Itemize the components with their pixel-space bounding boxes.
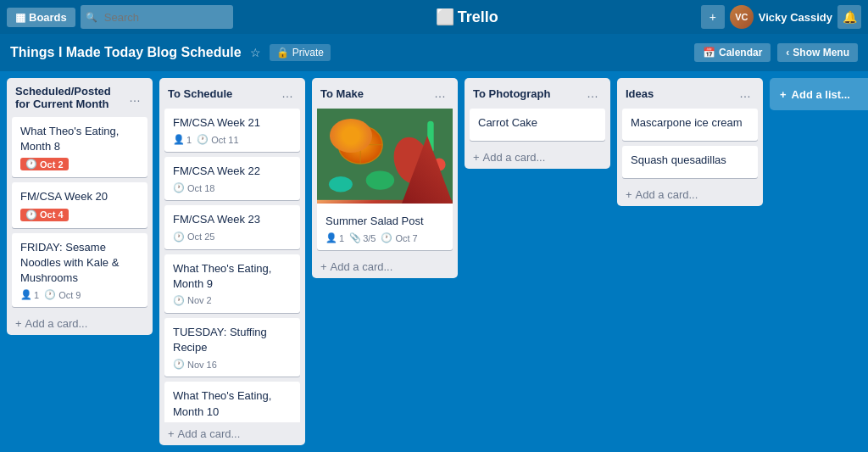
card-title: Squash quesadillas <box>631 153 749 168</box>
date-badge-plain: 🕐 Oct 9 <box>44 289 81 300</box>
list-header-tomake: To Make … <box>312 78 458 109</box>
card-title: Carrot Cake <box>478 115 597 131</box>
card-title: FM/CSA Week 21 <box>173 115 292 131</box>
nav-center: ⬜ Trello <box>233 8 701 26</box>
clock-icon: 🕐 <box>25 209 37 220</box>
add-card-button-tomake[interactable]: + Add a card... <box>312 255 458 278</box>
member-badge: 👤 1 <box>20 289 39 300</box>
calendar-icon: 📅 <box>703 47 715 59</box>
list-scheduled: Scheduled/Posted for Current Month … Wha… <box>7 78 153 335</box>
card-meta: 🕐 Nov 16 <box>173 359 292 370</box>
svg-point-7 <box>366 170 394 189</box>
clock-icon: 🕐 <box>173 232 185 243</box>
list-header-tophotograph: To Photograph … <box>465 78 610 109</box>
card-meta: 🕐 Oct 2 <box>20 158 139 170</box>
plus-icon: + <box>15 317 22 330</box>
person-icon: 👤 <box>326 232 337 243</box>
badge-text: Oct 11 <box>211 135 238 145</box>
card-meta: 🕐 Oct 25 <box>173 232 292 243</box>
board-title[interactable]: Things I Made Today Blog Schedule <box>10 45 242 60</box>
card-title: What Theo's Eating, Month 10 <box>173 388 292 419</box>
card-csa-week-20[interactable]: FM/CSA Week 20 🕐 Oct 4 <box>12 182 147 227</box>
member-badge: 👤 1 <box>326 232 344 243</box>
add-card-label: Add a card... <box>483 151 546 164</box>
nav-left: ▦ Boards <box>7 5 233 29</box>
card-csa-21[interactable]: FM/CSA Week 21 👤 1 🕐 Oct 11 <box>164 109 300 152</box>
badge-text: Oct 25 <box>187 232 214 242</box>
list-header-toschedule: To Schedule … <box>159 78 305 109</box>
list-menu-button-tomake[interactable]: … <box>431 85 449 102</box>
card-csa-23[interactable]: FM/CSA Week 23 🕐 Oct 25 <box>164 205 300 248</box>
list-ideas: Ideas … Mascarpone ice cream Squash ques… <box>617 78 763 206</box>
boards-label: Boards <box>29 11 67 24</box>
date-badge: 🕐 Oct 18 <box>173 182 214 193</box>
top-navigation: ▦ Boards ⬜ Trello + VC Vicky Cassidy 🔔 <box>0 0 868 34</box>
card-carrot-cake[interactable]: Carrot Cake <box>470 109 605 141</box>
svg-point-9 <box>420 165 436 181</box>
list-title-scheduled: Scheduled/Posted for Current Month <box>15 85 125 110</box>
badge-text: Oct 2 <box>40 159 64 170</box>
svg-point-8 <box>329 176 353 193</box>
plus-icon: + <box>320 260 327 273</box>
add-card-button-ideas[interactable]: + Add a card... <box>617 183 763 206</box>
private-badge[interactable]: 🔒 Private <box>270 44 331 61</box>
member-count: 1 <box>34 290 39 300</box>
clock-icon: 🕐 <box>197 134 209 145</box>
plus-icon: + <box>168 427 175 440</box>
vegetable-svg <box>317 109 453 204</box>
add-list-label: Add a list... <box>792 88 850 101</box>
list-cards-scheduled: What Theo's Eating, Month 8 🕐 Oct 2 FM/C… <box>7 117 153 312</box>
date-badge: 🕐 Oct 7 <box>381 232 417 243</box>
card-sesame-noodles[interactable]: FRIDAY: Sesame Noodles with Kale & Mushr… <box>12 233 147 308</box>
date-badge: 🕐 Oct 4 <box>20 209 69 221</box>
boards-button[interactable]: ▦ Boards <box>7 8 75 27</box>
add-list-button[interactable]: + Add a list... <box>770 78 868 110</box>
trello-logo-icon: ⬜ <box>436 8 454 26</box>
nav-right: + VC Vicky Cassidy 🔔 <box>701 5 861 29</box>
card-theos-eating-8[interactable]: What Theo's Eating, Month 8 🕐 Oct 2 <box>12 117 147 177</box>
bell-icon: 🔔 <box>843 10 857 24</box>
card-title: FRIDAY: Sesame Noodles with Kale & Mushr… <box>20 240 139 287</box>
card-summer-salad[interactable]: Summer Salad Post 👤 1 📎 3/5 🕐 Oct 7 <box>317 109 453 250</box>
calendar-button[interactable]: 📅 Calendar <box>694 43 771 62</box>
private-label: Private <box>292 47 324 59</box>
svg-point-10 <box>433 159 446 171</box>
card-mascarpone[interactable]: Mascarpone ice cream <box>622 109 758 141</box>
vegetable-image <box>317 109 453 204</box>
card-title: FM/CSA Week 23 <box>173 212 292 227</box>
notification-button[interactable]: 🔔 <box>837 5 861 29</box>
trello-logo-text: Trello <box>458 8 498 26</box>
date-badge: 🕐 Nov 2 <box>173 295 212 306</box>
list-menu-button-toschedule[interactable]: … <box>278 85 297 102</box>
member-count: 1 <box>186 135 192 145</box>
add-card-button-toschedule[interactable]: + Add a card... <box>159 422 305 445</box>
lock-icon: 🔒 <box>276 47 289 59</box>
board-header: Things I Made Today Blog Schedule ☆ 🔒 Pr… <box>0 34 868 71</box>
card-theos-10[interactable]: What Theo's Eating, Month 10 🕐 Dec 1 <box>164 382 300 422</box>
attachment-badge: 📎 3/5 <box>349 232 376 243</box>
add-card-button-scheduled[interactable]: + Add a card... <box>7 312 153 335</box>
add-card-label: Add a card... <box>331 260 393 273</box>
card-title: Mascarpone ice cream <box>631 115 749 131</box>
search-wrapper <box>81 5 233 29</box>
star-icon[interactable]: ☆ <box>250 46 261 59</box>
card-stuffing[interactable]: TUESDAY: Stuffing Recipe 🕐 Nov 16 <box>164 318 300 377</box>
list-header-scheduled: Scheduled/Posted for Current Month … <box>7 78 153 117</box>
list-menu-button-ideas[interactable]: … <box>736 85 754 102</box>
search-input[interactable] <box>81 5 233 29</box>
card-title: What Theo's Eating, Month 9 <box>173 261 292 292</box>
card-title: Summer Salad Post <box>326 210 444 229</box>
list-menu-button-tophotograph[interactable]: … <box>583 85 602 102</box>
card-theos-9[interactable]: What Theo's Eating, Month 9 🕐 Nov 2 <box>164 254 300 313</box>
avatar[interactable]: VC <box>730 5 754 29</box>
list-menu-button-scheduled[interactable]: … <box>125 89 144 106</box>
show-menu-button[interactable]: ‹ Show Menu <box>777 43 858 62</box>
add-card-label: Add a card... <box>178 427 241 440</box>
card-squash[interactable]: Squash quesadillas <box>622 146 758 178</box>
add-button[interactable]: + <box>701 5 725 29</box>
card-csa-22[interactable]: FM/CSA Week 22 🕐 Oct 18 <box>164 157 300 200</box>
plus-icon: + <box>473 151 480 164</box>
add-card-button-tophotograph[interactable]: + Add a card... <box>465 146 610 169</box>
list-title-ideas: Ideas <box>626 87 654 100</box>
calendar-label: Calendar <box>719 47 762 59</box>
